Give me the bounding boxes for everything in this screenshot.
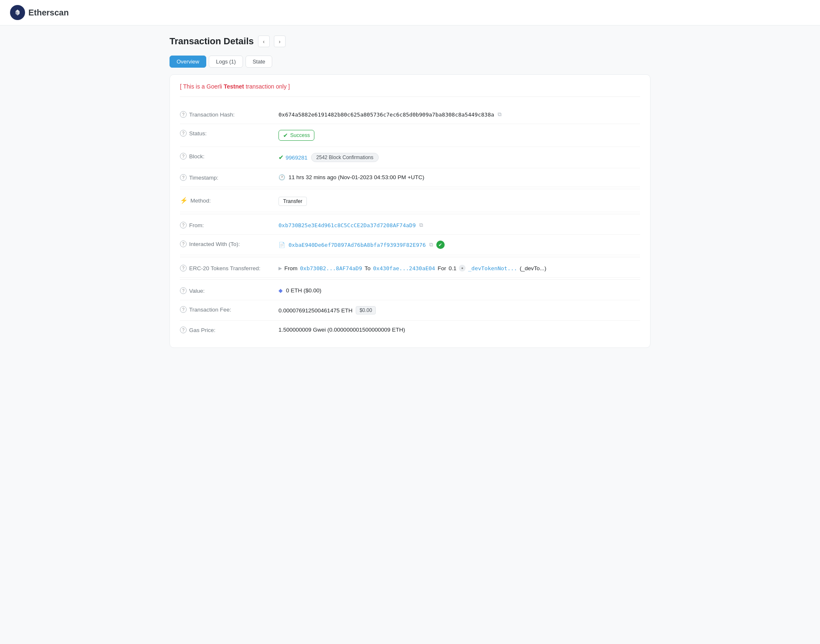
row-transaction-fee: ? Transaction Fee: 0.000076912500461475 …	[180, 300, 640, 321]
erc20-to-link[interactable]: 0x430fae...2430aE04	[373, 265, 435, 271]
erc20-from-link[interactable]: 0xb730B2...8AF74aD9	[300, 265, 362, 271]
verified-icon: ✔	[436, 241, 445, 249]
row-timestamp: ? Timestamp: 🕐 11 hrs 32 mins ago (Nov-0…	[180, 168, 640, 187]
value-value: ◆ 0 ETH ($0.00)	[278, 287, 640, 294]
copy-from-icon[interactable]: ⧉	[419, 222, 423, 228]
triangle-icon: ▶	[278, 266, 282, 271]
logo[interactable]: Etherscan	[10, 5, 69, 20]
label-timestamp: ? Timestamp:	[180, 174, 272, 181]
row-erc20: ? ERC-20 Tokens Transferred: ▶ From 0xb7…	[180, 259, 640, 278]
label-transaction-hash: ? Transaction Hash:	[180, 111, 272, 118]
logo-icon	[10, 5, 25, 20]
separator-4	[180, 279, 640, 280]
fee-usd-badge: $0.00	[356, 306, 376, 314]
block-confirmations: 2542 Block Confirmations	[311, 153, 379, 162]
help-icon-hash[interactable]: ?	[180, 111, 187, 118]
value-block: ✔ 9969281 2542 Block Confirmations	[278, 153, 640, 162]
separator-2	[180, 214, 640, 214]
row-method: ⚡ Method: Transfer	[180, 191, 640, 212]
value-from: 0xb730B25e3E4d961c8C5CcCE2Da37d7208AF74a…	[278, 222, 640, 228]
logo-text: Etherscan	[28, 8, 69, 18]
help-icon-to[interactable]: ?	[180, 241, 187, 247]
row-status: ? Status: ✔ Success	[180, 124, 640, 147]
row-transaction-hash: ? Transaction Hash: 0x674a5882e6191482b8…	[180, 105, 640, 124]
label-transaction-fee: ? Transaction Fee:	[180, 306, 272, 313]
contract-file-icon: 📄	[278, 242, 285, 248]
status-badge: ✔ Success	[278, 130, 314, 141]
label-erc20: ? ERC-20 Tokens Transferred:	[180, 265, 272, 271]
token-icon: ●	[459, 265, 466, 271]
lightning-icon: ⚡	[180, 197, 188, 204]
value-timestamp: 🕐 11 hrs 32 mins ago (Nov-01-2023 04:53:…	[278, 174, 640, 180]
page-title: Transaction Details	[170, 36, 254, 47]
separator-3	[180, 257, 640, 257]
label-interacted-with: ? Interacted With (To):	[180, 241, 272, 247]
header: Etherscan	[0, 0, 820, 25]
testnet-banner: [ This is a Goerli Testnet transaction o…	[180, 83, 640, 97]
label-status: ? Status:	[180, 130, 272, 137]
help-icon-from[interactable]: ?	[180, 222, 187, 228]
help-icon-status[interactable]: ?	[180, 130, 187, 137]
value-transaction-fee: 0.000076912500461475 ETH $0.00	[278, 306, 640, 314]
prev-button[interactable]: ‹	[258, 35, 270, 47]
transaction-card: [ This is a Goerli Testnet transaction o…	[170, 74, 650, 348]
row-block: ? Block: ✔ 9969281 2542 Block Confirmati…	[180, 147, 640, 168]
tab-overview[interactable]: Overview	[170, 56, 206, 68]
erc20-transfer-row: ▶ From 0xb730B2...8AF74aD9 To 0x430fae..…	[278, 265, 546, 271]
help-icon-block[interactable]: ?	[180, 153, 187, 160]
help-icon-fee[interactable]: ?	[180, 306, 187, 313]
value-gas-price: 1.500000009 Gwei (0.000000001500000009 E…	[278, 327, 640, 333]
next-button[interactable]: ›	[274, 35, 286, 47]
clock-icon: 🕐	[278, 174, 285, 180]
value-transaction-hash: 0x674a5882e6191482b80c625a805736c7ec6c85…	[278, 111, 640, 118]
row-gas-price: ? Gas Price: 1.500000009 Gwei (0.0000000…	[180, 321, 640, 339]
label-value: ? Value:	[180, 287, 272, 294]
block-check-icon: ✔	[278, 154, 284, 161]
row-value: ? Value: ◆ 0 ETH ($0.00)	[180, 281, 640, 300]
value-erc20: ▶ From 0xb730B2...8AF74aD9 To 0x430fae..…	[278, 265, 640, 271]
eth-icon: ◆	[278, 287, 283, 294]
help-icon-timestamp[interactable]: ?	[180, 174, 187, 181]
label-from: ? From:	[180, 222, 272, 228]
page-title-row: Transaction Details ‹ ›	[170, 35, 650, 47]
to-address-link[interactable]: 0xbaE940De6ef7D897Ad76bA8bfa7f93939F82E9…	[289, 242, 426, 248]
label-gas-price: ? Gas Price:	[180, 327, 272, 333]
value-interacted-with: 📄 0xbaE940De6ef7D897Ad76bA8bfa7f93939F82…	[278, 241, 640, 249]
tab-logs[interactable]: Logs (1)	[209, 56, 243, 68]
from-address-link[interactable]: 0xb730B25e3E4d961c8C5CcCE2Da37d7208AF74a…	[278, 222, 416, 228]
label-method: ⚡ Method:	[180, 197, 272, 204]
help-icon-value[interactable]: ?	[180, 287, 187, 294]
main-content: Transaction Details ‹ › Overview Logs (1…	[159, 25, 661, 358]
help-icon-erc20[interactable]: ?	[180, 265, 187, 271]
copy-hash-icon[interactable]: ⧉	[498, 111, 501, 118]
help-icon-gas[interactable]: ?	[180, 327, 187, 333]
method-badge: Transfer	[278, 197, 307, 206]
row-from: ? From: 0xb730B25e3E4d961c8C5CcCE2Da37d7…	[180, 216, 640, 235]
copy-to-icon[interactable]: ⧉	[429, 241, 433, 248]
value-status: ✔ Success	[278, 130, 640, 141]
check-circle-icon: ✔	[283, 132, 288, 139]
tabs-container: Overview Logs (1) State	[170, 56, 650, 68]
separator-1	[180, 189, 640, 189]
token-name-link[interactable]: _devTokenNot...	[468, 265, 517, 271]
value-method: Transfer	[278, 197, 640, 206]
tab-state[interactable]: State	[245, 56, 272, 68]
row-interacted-with: ? Interacted With (To): 📄 0xbaE940De6ef7…	[180, 235, 640, 255]
label-block: ? Block:	[180, 153, 272, 160]
block-number-link[interactable]: ✔ 9969281	[278, 154, 308, 161]
